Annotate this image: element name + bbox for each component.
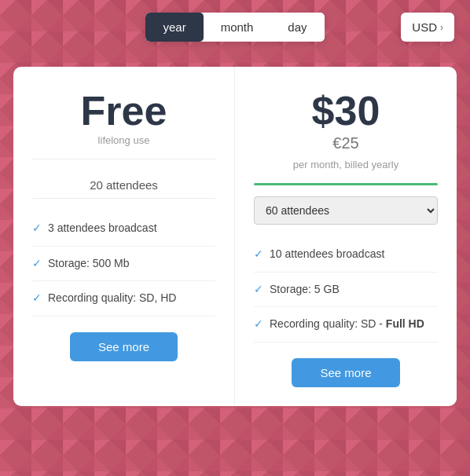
currency-button[interactable]: USD › bbox=[401, 13, 454, 42]
paid-feature-1-text: 10 attendees broadcast bbox=[270, 247, 384, 262]
chevron-right-icon: › bbox=[440, 22, 443, 33]
check-icon: ✓ bbox=[32, 222, 42, 234]
free-feature-3-text: Recording quality: SD, HD bbox=[48, 291, 176, 306]
check-icon: ✓ bbox=[254, 283, 263, 295]
paid-feature-3: ✓ Recording quality: SD - Full HD bbox=[254, 307, 438, 342]
period-year-button[interactable]: year bbox=[145, 13, 203, 42]
currency-label: USD bbox=[412, 20, 437, 34]
paid-feature-1: ✓ 10 attendees broadcast bbox=[254, 237, 438, 273]
free-feature-1-text: 3 attendees broadcast bbox=[48, 221, 157, 236]
free-feature-1: ✓ 3 attendees broadcast bbox=[32, 211, 215, 247]
top-bar: year month day USD › bbox=[0, 0, 470, 54]
free-feature-3: ✓ Recording quality: SD, HD bbox=[32, 281, 215, 317]
free-description: lifelong use bbox=[32, 134, 215, 146]
paid-green-underline bbox=[254, 183, 438, 185]
paid-price-title: $30 bbox=[254, 90, 438, 131]
cards-container: Free lifelong use 20 attendees ✓ 3 atten… bbox=[0, 54, 470, 419]
free-feature-2: ✓ Storage: 500 Mb bbox=[32, 247, 215, 282]
free-see-more-button[interactable]: See more bbox=[70, 332, 178, 361]
check-icon: ✓ bbox=[254, 317, 263, 330]
paid-card: $30 €25 per month, billed yearly 60 atte… bbox=[235, 67, 457, 406]
paid-price-subtitle: €25 bbox=[254, 134, 438, 152]
free-feature-2-text: Storage: 500 Mb bbox=[48, 256, 130, 272]
period-month-button[interactable]: month bbox=[204, 13, 271, 42]
period-day-button[interactable]: day bbox=[270, 13, 324, 42]
free-price-title: Free bbox=[32, 90, 215, 131]
period-toggle: year month day bbox=[145, 13, 324, 42]
check-icon: ✓ bbox=[32, 291, 42, 304]
paid-feature-2-text: Storage: 5 GB bbox=[270, 282, 340, 298]
check-icon: ✓ bbox=[254, 247, 263, 260]
free-card: Free lifelong use 20 attendees ✓ 3 atten… bbox=[13, 67, 235, 406]
attendees-select[interactable]: 60 attendees 100 attendees 200 attendees bbox=[254, 196, 438, 225]
paid-description: per month, billed yearly bbox=[254, 159, 438, 170]
paid-feature-2: ✓ Storage: 5 GB bbox=[254, 273, 438, 308]
free-divider bbox=[32, 159, 215, 159]
paid-see-more-button[interactable]: See more bbox=[292, 358, 399, 387]
check-icon: ✓ bbox=[32, 257, 42, 269]
paid-feature-3-text: Recording quality: SD - Full HD bbox=[270, 317, 424, 332]
free-attendees-label: 20 attendees bbox=[32, 172, 215, 199]
